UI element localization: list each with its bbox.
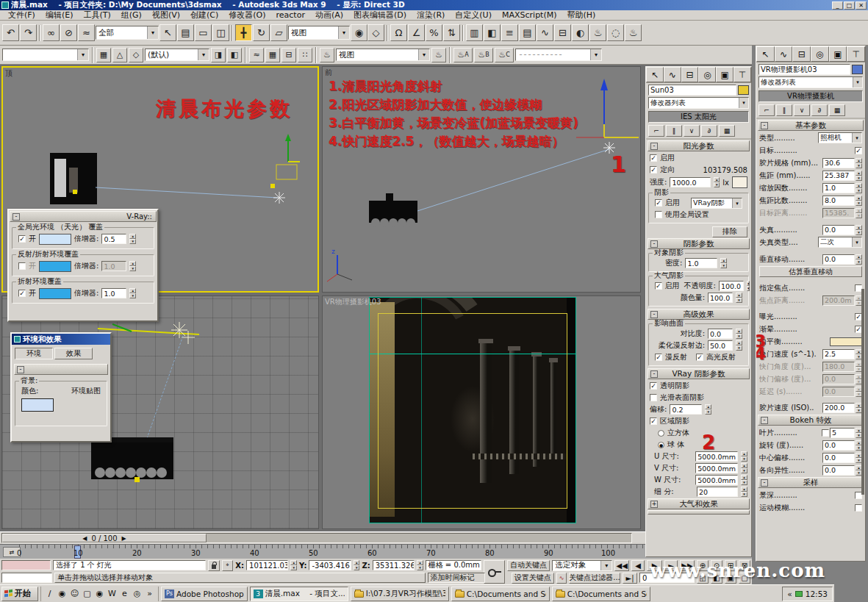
atmosphere-enable-checkbox[interactable]: ✓ xyxy=(655,282,662,290)
chevron-down-icon[interactable] xyxy=(732,198,742,208)
film-speed-field[interactable]: 200.0 xyxy=(822,403,855,413)
slider-left-arrow-icon[interactable]: ◀ xyxy=(82,535,87,542)
unlink-selection-button[interactable]: ⊘ xyxy=(60,24,77,41)
diffuse-checkbox[interactable]: ✓ xyxy=(655,354,662,361)
go-to-frame-button[interactable]: ►| xyxy=(623,573,637,584)
spinner[interactable] xyxy=(856,171,862,181)
select-and-manipulate-button[interactable]: ◇ xyxy=(367,24,384,41)
vray-rollout-header[interactable]: - V-Ray:: xyxy=(10,211,157,222)
show-end-result-button[interactable]: ‖ xyxy=(776,104,792,116)
window-crossing-button[interactable]: ◫ xyxy=(212,24,229,41)
enable-checkbox[interactable]: ✓ xyxy=(650,154,657,162)
rollout-vray-shadow-params[interactable]: -VRay 阴影参数 xyxy=(648,368,750,379)
material-editor-button[interactable]: ◐ xyxy=(572,24,589,41)
key-filter-object-combo[interactable]: 选定对象 xyxy=(552,560,612,571)
quicklaunch-qq-icon[interactable]: ◉ xyxy=(57,588,68,599)
spinner[interactable] xyxy=(747,281,750,291)
density-field[interactable]: 1.0 xyxy=(685,258,717,268)
angle-snap-button[interactable]: ∠ xyxy=(408,24,425,41)
use-global-checkbox[interactable] xyxy=(655,211,662,218)
viewport-camera[interactable]: VR物理摄影机03 xyxy=(322,295,641,529)
spinner[interactable] xyxy=(129,234,136,244)
configure-modifier-sets-button[interactable]: ▦ xyxy=(719,125,735,137)
rollout-atmospheres[interactable]: +大气和效果 xyxy=(648,498,750,509)
spinner[interactable] xyxy=(129,261,136,271)
sphere-radio[interactable]: ● xyxy=(658,442,664,448)
spinner[interactable] xyxy=(741,487,747,497)
sun-color-swatch[interactable] xyxy=(732,176,747,188)
quicklaunch-ie-icon[interactable]: e xyxy=(119,588,130,599)
chevron-down-icon[interactable] xyxy=(198,49,209,60)
maximize-button[interactable]: □ xyxy=(844,1,855,10)
modifier-stack-item[interactable]: VR物理摄影机 xyxy=(758,90,863,102)
quicklaunch-mediaplayer-icon[interactable]: ◉ xyxy=(94,588,105,599)
viewport-camera-label[interactable]: VR物理摄影机03 xyxy=(325,297,381,307)
viewport-front[interactable]: 前 1.清晨阳光角度斜射2.阳光区域阴影加大数值，使边缘模糊3.白平衡加黄，场景… xyxy=(322,66,641,293)
shadow-type-combo[interactable]: VRay阴影 xyxy=(691,198,742,209)
chevron-down-icon[interactable] xyxy=(77,49,88,60)
schematic-view-button[interactable]: ⊟ xyxy=(554,24,571,41)
rotation-field[interactable]: 0.0 xyxy=(822,440,855,451)
specular-checkbox[interactable]: ✓ xyxy=(696,354,703,361)
select-and-link-button[interactable]: ∞ xyxy=(43,24,60,41)
intensity-field[interactable]: 1000.0 xyxy=(670,177,711,187)
mini-curve-box[interactable] xyxy=(1,560,51,570)
auto-key-button[interactable]: 自动关键点 xyxy=(507,560,550,571)
x-coordinate-field[interactable]: 101121.03 xyxy=(246,560,288,570)
named-selection-combo[interactable] xyxy=(2,49,89,61)
env-on-checkbox[interactable]: ✓ xyxy=(18,290,26,297)
mirror-button[interactable]: ◧ xyxy=(484,24,501,41)
color-set-button[interactable]: ∷ xyxy=(298,48,312,62)
tab-display[interactable]: ▣ xyxy=(716,67,734,82)
shadow-enable-checkbox[interactable]: ✓ xyxy=(655,199,662,207)
y-coordinate-field[interactable]: -3403.416 xyxy=(309,560,351,570)
motion-blur-checkbox[interactable] xyxy=(855,504,862,512)
rectangular-selection-button[interactable]: ▭ xyxy=(195,24,212,41)
task-button[interactable]: C:\Documents and Settin... xyxy=(451,587,550,601)
spinner[interactable] xyxy=(856,254,862,265)
menu-item[interactable]: 编辑(E) xyxy=(40,10,79,21)
area-shadow-checkbox[interactable]: ✓ xyxy=(650,418,657,425)
tab-effects[interactable]: 效果 xyxy=(54,348,93,359)
rollout-basic-params[interactable]: -基本参数 xyxy=(758,120,864,131)
multiplier-field[interactable]: 1.0 xyxy=(101,288,126,298)
f-number-field[interactable]: 8.0 xyxy=(822,196,855,206)
selection-lock-button[interactable]: ◇ xyxy=(129,48,143,62)
add-time-tag[interactable]: 添加时间标记 xyxy=(428,573,486,583)
select-and-scale-button[interactable]: ▱ xyxy=(270,24,287,41)
menu-item[interactable]: 文件(F) xyxy=(3,10,40,21)
object-name-field[interactable]: VR物理摄影机03 xyxy=(758,64,850,75)
make-unique-button[interactable]: ∨ xyxy=(684,125,700,137)
quicklaunch-word-icon[interactable]: W xyxy=(107,588,118,599)
collapse-icon[interactable]: - xyxy=(650,240,658,248)
layer-list-left-button[interactable]: ◨ xyxy=(211,48,226,62)
object-color-swatch[interactable] xyxy=(738,85,749,95)
render-last-button[interactable]: ◌ xyxy=(607,24,624,41)
spinner[interactable] xyxy=(714,177,720,187)
slider-right-arrow-icon[interactable]: ▶ xyxy=(122,535,126,542)
guess-vertical-shift-button[interactable]: 估算垂直移动 xyxy=(759,266,862,277)
spinner[interactable] xyxy=(741,451,747,462)
target-checkbox[interactable]: ✓ xyxy=(855,147,862,154)
select-and-rotate-button[interactable]: ↻ xyxy=(253,24,270,41)
task-button[interactable]: 3 清晨.max - 项目文... xyxy=(250,587,348,601)
quick-render-teapot-button[interactable]: ♨ xyxy=(431,48,446,62)
shutter-speed-field[interactable]: 2.5 xyxy=(822,349,855,359)
use-pivot-point-button[interactable]: ◉ xyxy=(351,24,367,41)
track-bar[interactable]: ⇄ 0 10 20 30 40 50 60 70 80 90 100 xyxy=(0,544,752,559)
layers-toolbar-button[interactable]: ≈ xyxy=(249,48,264,62)
targeted-checkbox[interactable]: ✓ xyxy=(650,166,657,173)
collapse-icon[interactable]: - xyxy=(12,213,20,221)
quick-render-button[interactable]: ♨ xyxy=(625,24,642,41)
spinner[interactable] xyxy=(129,288,136,298)
tab-environment[interactable]: 环境 xyxy=(15,348,53,359)
object-name-field[interactable]: Sun03 xyxy=(648,85,736,96)
collapse-icon[interactable]: + xyxy=(650,501,658,508)
pin-stack-button[interactable]: ⌐ xyxy=(648,125,664,137)
env-color-swatch[interactable] xyxy=(39,261,71,272)
snap-toggle-button[interactable]: Ω xyxy=(390,24,407,41)
modifier-list-combo[interactable]: 修改器列表 xyxy=(758,76,863,88)
spinner[interactable] xyxy=(705,404,711,415)
v-size-field[interactable]: 5000.0mm xyxy=(695,463,738,473)
absolute-mode-button[interactable]: ⌖ xyxy=(222,560,234,571)
